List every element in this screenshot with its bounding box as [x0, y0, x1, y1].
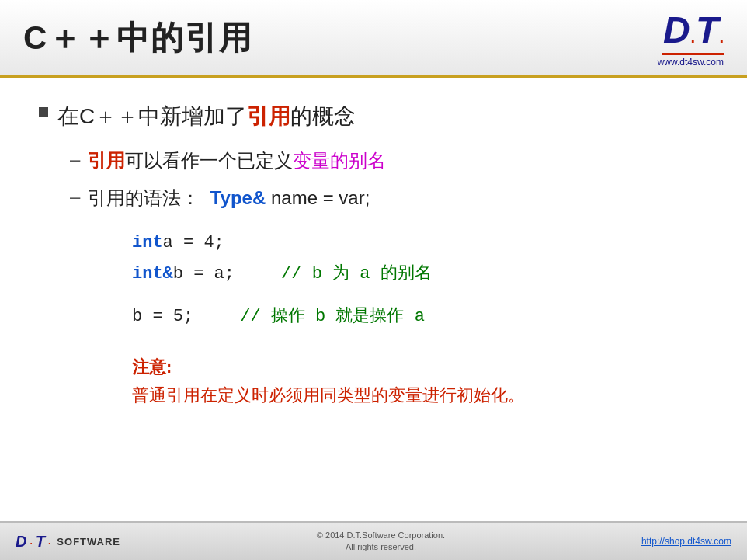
logo-dot2: .	[719, 29, 724, 47]
footer: D . T . SOFTWARE © 2014 D.T.Software Cor…	[0, 521, 747, 560]
main-content: 在C＋＋中新增加了引用的概念 – 引用可以看作一个已定义变量的别名 – 引用的语…	[0, 78, 747, 521]
logo-line	[662, 53, 724, 55]
logo-area: D . T . www.dt4sw.com	[658, 9, 724, 68]
footer-link[interactable]: http://shop.dt4sw.com	[641, 536, 731, 547]
logo-dot1: .	[691, 29, 696, 47]
sub-bullet-2: – 引用的语法： Type& name = var;	[70, 184, 708, 212]
main-bullet: 在C＋＋中新增加了引用的概念	[39, 101, 708, 131]
dash-icon-1: –	[70, 148, 80, 170]
slide-title: C＋＋中的引用	[23, 16, 253, 60]
code-gap	[132, 289, 708, 301]
type-keyword: Type&	[210, 187, 266, 208]
code-line-1: int a = 4;	[132, 228, 708, 259]
note-text: 普通引用在定义时必须用同类型的变量进行初始化。	[132, 384, 708, 407]
sub-bullet-1-text: 引用可以看作一个已定义变量的别名	[88, 147, 386, 175]
slide: C＋＋中的引用 D . T . www.dt4sw.com 在C＋＋中新增加了引…	[0, 0, 747, 560]
sub-bullet-1: – 引用可以看作一个已定义变量的别名	[70, 147, 708, 175]
bullet-icon	[39, 107, 48, 117]
dash-icon-2: –	[70, 186, 80, 207]
note-section: 注意: 普通引用在定义时必须用同类型的变量进行初始化。	[132, 356, 708, 407]
note-label: 注意:	[132, 356, 708, 379]
logo-d: D	[663, 9, 690, 51]
dt-logo: D . T .	[663, 9, 724, 51]
code-line-3: b = 5; // 操作 b 就是操作 a	[132, 301, 708, 332]
code-line-2: int& b = a; // b 为 a 的别名	[132, 259, 708, 290]
sub-bullet-2-text: 引用的语法： Type& name = var;	[88, 184, 370, 212]
footer-logo: D . T . SOFTWARE	[16, 533, 120, 551]
header: C＋＋中的引用 D . T . www.dt4sw.com	[0, 0, 747, 78]
footer-copyright: © 2014 D.T.Software Corporation. All rig…	[317, 530, 445, 554]
main-bullet-text: 在C＋＋中新增加了引用的概念	[57, 101, 356, 131]
sub-bullets: – 引用可以看作一个已定义变量的别名 – 引用的语法： Type& name =…	[70, 147, 708, 212]
code-block: int a = 4; int& b = a; // b 为 a 的别名 b = …	[132, 228, 708, 332]
logo-url: www.dt4sw.com	[658, 57, 724, 68]
logo-t: T	[696, 9, 718, 51]
